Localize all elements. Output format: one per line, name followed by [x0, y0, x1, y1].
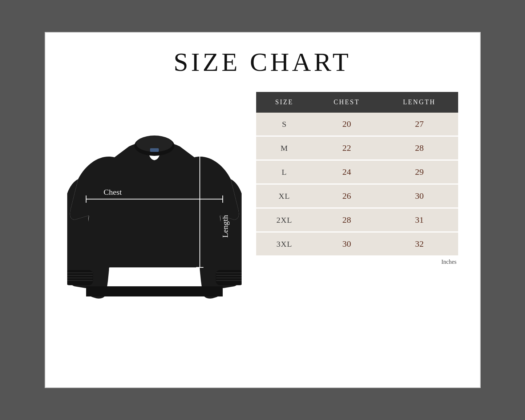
cell-length: 28: [381, 136, 458, 160]
cell-size: XL: [256, 184, 313, 208]
table-row: 2XL2831: [256, 208, 458, 232]
cell-size: M: [256, 136, 313, 160]
cell-length: 31: [381, 208, 458, 232]
page-title: SIZE CHART: [174, 47, 352, 77]
table-row: M2228: [256, 136, 458, 160]
col-header-size: SIZE: [256, 92, 313, 113]
size-chart-card: SIZE CHART: [45, 32, 481, 388]
col-header-length: LENGTH: [381, 92, 458, 113]
cell-size: 3XL: [256, 232, 313, 256]
table-row: L2429: [256, 160, 458, 184]
svg-rect-21: [150, 148, 159, 152]
cell-length: 30: [381, 184, 458, 208]
cell-chest: 22: [313, 136, 381, 160]
cell-length: 32: [381, 232, 458, 256]
cell-length: 29: [381, 160, 458, 184]
sweatshirt-diagram: Chest Length: [67, 92, 242, 317]
cell-chest: 24: [313, 160, 381, 184]
table-row: S2027: [256, 113, 458, 136]
svg-rect-12: [86, 286, 223, 296]
svg-rect-10: [67, 270, 93, 285]
col-header-chest: CHEST: [313, 92, 381, 113]
unit-note: Inches: [256, 259, 458, 265]
svg-text:Chest: Chest: [104, 187, 122, 197]
table-row: XL2630: [256, 184, 458, 208]
cell-chest: 26: [313, 184, 381, 208]
cell-size: L: [256, 160, 313, 184]
cell-chest: 20: [313, 113, 381, 136]
cell-size: S: [256, 113, 313, 136]
svg-rect-11: [216, 270, 242, 285]
table-row: 3XL3032: [256, 232, 458, 256]
size-table: SIZE CHEST LENGTH S2027M2228L2429XL26302…: [256, 92, 458, 257]
cell-chest: 28: [313, 208, 381, 232]
content-row: Chest Length: [67, 92, 458, 317]
table-section: SIZE CHEST LENGTH S2027M2228L2429XL26302…: [256, 92, 458, 265]
cell-length: 27: [381, 113, 458, 136]
cell-chest: 30: [313, 232, 381, 256]
svg-text:Length: Length: [221, 215, 230, 238]
table-header-row: SIZE CHEST LENGTH: [256, 92, 458, 113]
cell-size: 2XL: [256, 208, 313, 232]
